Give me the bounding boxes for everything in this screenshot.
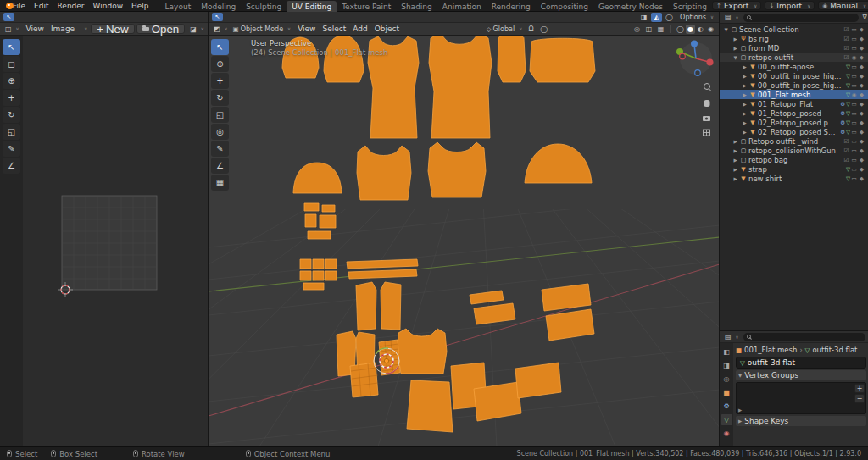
list-expand-icon[interactable]: ▶ (738, 407, 742, 413)
expand-icon[interactable]: ▶ (732, 139, 739, 144)
workspace-tab-layout[interactable]: Layout (160, 1, 197, 12)
camera-toggle-icon[interactable]: ◆ (858, 157, 865, 163)
outliner-item-retopo-bag[interactable]: ▶▢retopo bag☑▭◆ (720, 155, 868, 164)
expand-icon[interactable]: ▶ (732, 36, 739, 42)
properties-tab-data[interactable]: ▽ (721, 414, 732, 425)
camera-toggle-icon[interactable]: ◆ (858, 82, 865, 89)
properties-search[interactable] (743, 333, 865, 341)
expand-icon[interactable]: ▶ (741, 64, 748, 69)
outliner-item-bs-rig[interactable]: ▶Ψbs rig☑▭◆ (720, 34, 868, 43)
screen-toggle-icon[interactable]: ▭ (850, 166, 858, 173)
expand-icon[interactable]: ▼ (732, 55, 739, 60)
check-toggle-icon[interactable]: ☑ (843, 45, 850, 52)
expand-icon[interactable]: ▶ (741, 92, 748, 97)
properties-tab-render[interactable]: ◨ (721, 360, 732, 371)
image-new-button[interactable]: + New (91, 24, 134, 34)
outliner-item-retopo-collisionwithgun[interactable]: ▶▢retopo_collisionWithGun☑▭◆ (720, 146, 868, 155)
vp-menu-select[interactable]: Select (319, 25, 349, 33)
wireframe-icon[interactable]: ◯ (676, 25, 685, 34)
options-dropdown[interactable]: Options (678, 14, 715, 21)
rendered-icon[interactable]: ◉ (706, 25, 715, 34)
breadcrumb-object-name[interactable]: 001_Flat mesh (744, 346, 797, 354)
screen-toggle-icon[interactable]: ▭ (850, 119, 858, 126)
properties-search-input[interactable] (754, 333, 862, 341)
snap-magnet-button[interactable]: Ω (526, 25, 537, 34)
outliner-item-from-md[interactable]: ▶▢from MD☑▭◆ (720, 43, 868, 53)
check-toggle-icon[interactable]: ☑ (843, 138, 850, 145)
uv-active-tool-icon[interactable]: ↖ (3, 13, 14, 21)
workspace-tab-modeling[interactable]: Modeling (196, 1, 241, 12)
workspace-tab-uv-editing[interactable]: UV Editing (287, 1, 337, 12)
vp-scale-tool[interactable]: ◱ (211, 107, 229, 123)
screen-toggle-icon[interactable]: ▭ (850, 26, 858, 33)
screen-toggle-icon[interactable]: ▭ (850, 101, 858, 108)
proportional-toggle-icon[interactable]: ◯ (664, 13, 675, 22)
outliner-item-retopo-outfit[interactable]: ▼▢retopo outfit☑◉◆ (720, 53, 868, 62)
vp-menu-add[interactable]: Add (349, 25, 370, 33)
viewport-canvas[interactable]: ↖⊕+↻◱◎✎∠▦ User Perspective (24) Scene Co… (209, 36, 719, 446)
uv-rotate-tool[interactable]: ↻ (3, 107, 20, 123)
uv-menu-image[interactable]: Image (47, 25, 78, 33)
camera-toggle-icon[interactable]: ◆ (858, 175, 865, 182)
vp-menu-object[interactable]: Object (371, 25, 403, 33)
properties-editor-type-button[interactable]: ▤ (723, 333, 741, 341)
camera-toggle-icon[interactable]: ◆ (858, 129, 865, 136)
camera-toggle-icon[interactable]: ◆ (858, 36, 865, 42)
solid-icon[interactable]: ● (686, 25, 695, 34)
image-browse-button[interactable] (80, 26, 89, 31)
mesh-name-field[interactable]: ▽ outfit-3d flat (736, 357, 866, 369)
outliner-item-02-retopo-posed-shirt[interactable]: ▶▼02_Retopo_posed Shirt⚙▽▭◆ (720, 127, 868, 136)
screen-toggle-icon[interactable]: ▭ (850, 64, 858, 70)
material-preview-icon[interactable]: ◐ (696, 25, 705, 34)
outliner-display-mode-button[interactable]: ▤ (723, 14, 741, 21)
import-button[interactable]: ↓ Import (765, 1, 815, 10)
vertex-group-add-button[interactable]: + (854, 384, 865, 393)
workspace-tab-texture-paint[interactable]: Texture Paint (337, 1, 396, 12)
screen-toggle-icon[interactable]: ▭ (850, 36, 858, 42)
vp-cursor-tool[interactable]: ⊕ (211, 56, 229, 72)
properties-tab-modifiers[interactable]: ⚙ (721, 401, 732, 412)
expand-icon[interactable]: ▶ (732, 158, 739, 163)
properties-tab-material[interactable]: ◉ (721, 428, 732, 439)
expand-icon[interactable]: ▼ (722, 27, 730, 32)
mode-dropdown[interactable]: ▣ Object Mode (231, 25, 293, 33)
vertex-group-remove-button[interactable]: − (854, 394, 865, 403)
uv-menu-view[interactable]: View (23, 25, 47, 33)
uv-tweak-tool[interactable]: ↖ (3, 39, 20, 55)
vp-tweak-tool[interactable]: ↖ (211, 39, 229, 55)
shape-keys-panel-header[interactable]: ▶ Shape Keys (736, 416, 866, 426)
menu-help[interactable]: Help (127, 0, 153, 12)
camera-toggle-icon[interactable]: ◆ (858, 101, 865, 108)
camera-toggle-icon[interactable]: ◆ (858, 91, 865, 98)
workspace-tab-animation[interactable]: Animation (437, 1, 487, 12)
check-toggle-icon[interactable]: ☑ (843, 26, 850, 33)
eye-toggle-icon[interactable]: ◉ (850, 54, 858, 61)
viewport-scene[interactable] (209, 36, 719, 446)
workspace-tab-geometry-nodes[interactable]: Geometry Nodes (593, 1, 668, 12)
vp-menu-view[interactable]: View (294, 25, 319, 33)
camera-toggle-icon[interactable]: ◆ (858, 45, 865, 52)
screen-toggle-icon[interactable]: ▭ (850, 45, 858, 52)
check-toggle-icon[interactable]: ☑ (843, 147, 850, 154)
outliner-item-01-retopo-flat[interactable]: ▶▼01_Retopo_Flat⚙▽▭◆ (720, 99, 868, 108)
menu-window[interactable]: Window (89, 0, 128, 12)
screen-toggle-icon[interactable]: ▭ (850, 73, 858, 80)
camera-view-icon[interactable] (703, 116, 710, 121)
vp-move-tool[interactable]: + (211, 73, 229, 89)
vp-active-tool-icon[interactable]: ↖ (212, 13, 223, 21)
workspace-tab-shading[interactable]: Shading (396, 1, 437, 12)
uv-editor-type-button[interactable]: ◫ (3, 25, 21, 33)
expand-icon[interactable]: ▶ (741, 74, 748, 79)
workspace-tab-sculpting[interactable]: Sculpting (241, 1, 287, 12)
check-toggle-icon[interactable]: ☑ (843, 157, 850, 163)
toggle-xray-icon[interactable]: ▦ (655, 25, 666, 34)
outliner-filter-button[interactable]: ∇ (861, 14, 868, 21)
outliner-item-00-outfit-in-pose-highpd[interactable]: ▶▼00_outfit_in pose_highpd▽▭◆ (720, 71, 868, 80)
uv-view[interactable] (0, 36, 208, 446)
show-overlays-icon[interactable]: ◫ (643, 25, 654, 34)
outliner-item-retopo-outfit-wind[interactable]: ▶▢Retopo outfit _wind☑▭◆ (720, 136, 868, 146)
uv-annotate-tool[interactable]: ✎ (3, 141, 20, 157)
outliner-item-new-shirt[interactable]: ▶▼new shirt▽▭◆ (720, 174, 868, 183)
uv-move-tool[interactable]: + (3, 90, 20, 106)
export-button[interactable]: ↑ Export (712, 1, 761, 10)
